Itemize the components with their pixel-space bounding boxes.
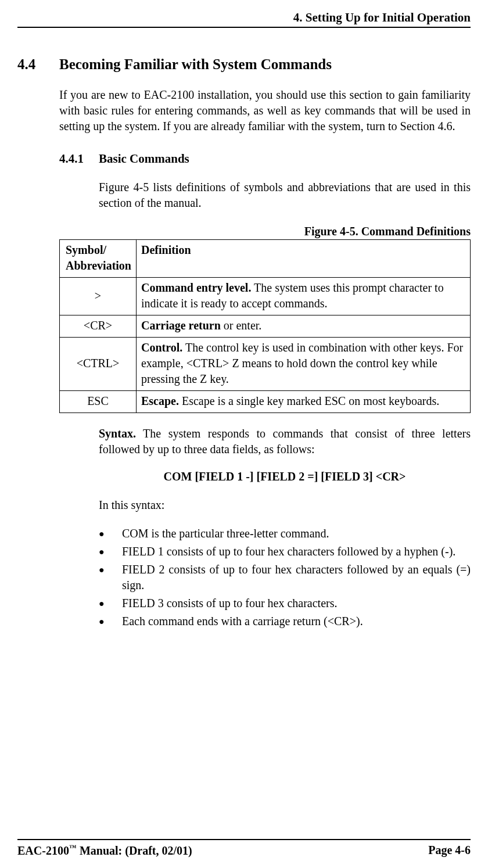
command-definitions-table: Symbol/ Abbreviation Definition > Comman… [59,239,471,413]
list-item: ●FIELD 1 consists of up to four hex char… [99,544,471,559]
table-header-symbol: Symbol/ Abbreviation [60,240,137,278]
symbol-cell: <CR> [60,315,137,338]
symbol-cell: > [60,278,137,315]
symbol-cell: ESC [60,391,137,413]
section-intro: If you are new to EAC-2100 installation,… [59,87,471,134]
page-footer: EAC-2100™ Manual: (Draft, 02/01) Page 4-… [17,839,471,859]
subsection-title: Basic Commands [99,150,189,167]
list-item: ●Each command ends with a carriage retur… [99,614,471,629]
table-row: <CTRL> Control. The control key is used … [60,338,471,391]
bullet-icon: ● [99,526,122,541]
section-number: 4.4 [17,55,59,74]
table-header-definition: Definition [136,240,470,278]
syntax-format: COM [FIELD 1 -] [FIELD 2 =] [FIELD 3] <C… [17,469,471,485]
symbol-cell: <CTRL> [60,338,137,391]
in-this-syntax: In this syntax: [99,497,471,513]
definition-cell: Control. The control key is used in comb… [136,338,470,391]
definition-cell: Escape. Escape is a single key marked ES… [136,391,470,413]
figure-caption: Figure 4-5. Command Definitions [59,224,471,239]
list-item: ●COM is the particular three-letter comm… [99,526,471,541]
footer-right: Page 4-6 [428,842,471,859]
page-header: 4. Setting Up for Initial Operation [17,9,471,28]
table-row: <CR> Carriage return or enter. [60,315,471,338]
list-item: ●FIELD 2 consists of up to four hex char… [99,562,471,593]
list-item: ●FIELD 3 consists of up to four hex char… [99,596,471,611]
subsection-number: 4.4.1 [59,150,99,167]
section-title: Becoming Familiar with System Commands [59,55,332,74]
definition-cell: Carriage return or enter. [136,315,470,338]
table-row: > Command entry level. The system uses t… [60,278,471,315]
section-heading: 4.4 Becoming Familiar with System Comman… [17,55,471,74]
definition-cell: Command entry level. The system uses thi… [136,278,470,315]
footer-left: EAC-2100™ Manual: (Draft, 02/01) [17,842,192,859]
syntax-paragraph: Syntax. The system responds to commands … [99,426,471,457]
subsection-heading: 4.4.1 Basic Commands [59,150,471,167]
table-row: ESC Escape. Escape is a single key marke… [60,391,471,413]
bullet-icon: ● [99,544,122,559]
bullet-icon: ● [99,562,122,593]
trademark-icon: ™ [69,843,77,852]
subsection-intro: Figure 4-5 lists definitions of symbols … [99,180,471,211]
chapter-title: 4. Setting Up for Initial Operation [293,10,471,24]
bullet-icon: ● [99,596,122,611]
bullet-icon: ● [99,614,122,629]
table-header-row: Symbol/ Abbreviation Definition [60,240,471,278]
syntax-bullet-list: ●COM is the particular three-letter comm… [99,526,471,629]
